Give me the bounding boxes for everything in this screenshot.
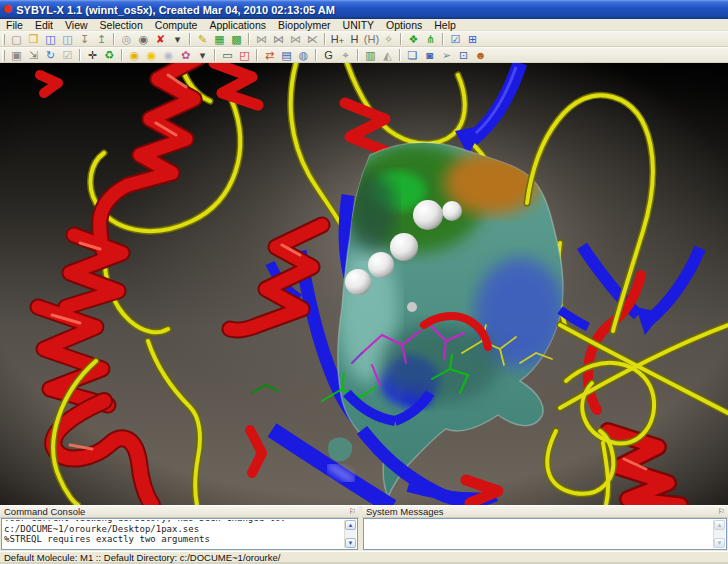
display-settings-icon[interactable]: ▤ xyxy=(278,48,295,62)
sketch-molecule-icon[interactable]: ✎ xyxy=(194,32,211,46)
camera-icon[interactable]: ◉ xyxy=(135,32,152,46)
clear-selection-icon[interactable]: ◰ xyxy=(236,48,253,62)
label-g-icon[interactable]: G xyxy=(320,48,337,62)
docked-panels: Command Console ⚐ Your current viewing d… xyxy=(0,505,728,551)
system-messages-header[interactable]: System Messages ⚐ xyxy=(362,506,728,518)
save-as-icon[interactable]: ◫ xyxy=(59,32,76,46)
console-line: c:/DOCUME~1/orourke/Desktop/1pax.ses xyxy=(4,524,343,535)
extract-molecules-icon[interactable]: ⋈ xyxy=(270,32,287,46)
toolbar-separator xyxy=(442,33,444,45)
import-file-icon[interactable]: ↧ xyxy=(76,32,93,46)
scroll-down-icon[interactable]: ▼ xyxy=(714,538,725,548)
image-panel-icon[interactable]: ▥ xyxy=(362,48,379,62)
toolbar-separator xyxy=(113,33,115,45)
menu-unity[interactable]: UNITY xyxy=(337,19,381,31)
select-box-icon[interactable]: ▭ xyxy=(219,48,236,62)
toolbar-separator xyxy=(214,49,216,61)
benzene-ring-icon[interactable]: ❖ xyxy=(405,32,422,46)
view-molecule-icon[interactable]: ▦ xyxy=(211,32,228,46)
toolbar-separator xyxy=(399,49,401,61)
console-line: %STREQL requires exactly two arguments xyxy=(4,534,343,545)
recenter-icon[interactable]: ♻ xyxy=(101,48,118,62)
toolbar-row-2: ▣⇲↻☑✛♻◉◉◉✿▾▭◰⇄▤◍G⌖▥◭❏◙➢⊡☻ xyxy=(0,47,728,63)
fit-view-icon[interactable]: ▩ xyxy=(228,32,245,46)
save-icon[interactable]: ◫ xyxy=(42,32,59,46)
command-console-header[interactable]: Command Console ⚐ xyxy=(0,506,359,518)
lightbulb-off-icon[interactable]: ◉ xyxy=(160,48,177,62)
cone-icon[interactable]: ◭ xyxy=(379,48,396,62)
toolbar-grip[interactable] xyxy=(2,34,5,45)
menu-options[interactable]: Options xyxy=(380,19,428,31)
break-bond-icon[interactable]: ⋉ xyxy=(304,32,321,46)
system-messages-scrollbar[interactable]: ▲ ▼ xyxy=(713,520,725,548)
menu-help[interactable]: Help xyxy=(428,19,462,31)
menu-compute[interactable]: Compute xyxy=(149,19,204,31)
menu-bar: FileEditViewSelectionComputeApplications… xyxy=(0,19,728,31)
menu-biopolymer[interactable]: Biopolymer xyxy=(272,19,337,31)
scroll-up-icon[interactable]: ▲ xyxy=(714,520,725,530)
export-file-icon[interactable]: ↥ xyxy=(93,32,110,46)
pointer-send-icon[interactable]: ➢ xyxy=(438,48,455,62)
merge-molecules-icon[interactable]: ⋈ xyxy=(253,32,270,46)
menu-edit[interactable]: Edit xyxy=(29,19,59,31)
toolbar-separator xyxy=(248,33,250,45)
toolbar-separator xyxy=(189,33,191,45)
command-console-scrollbar[interactable]: ▲ ▼ xyxy=(344,520,356,548)
menu-file[interactable]: File xyxy=(0,19,29,31)
monitor-icon[interactable]: ⊡ xyxy=(455,48,472,62)
dropdown-caret-icon[interactable]: ▾ xyxy=(194,48,211,62)
globe-view-icon[interactable]: ◍ xyxy=(295,48,312,62)
scroll-down-icon[interactable]: ▼ xyxy=(345,538,356,548)
toolbar-separator xyxy=(315,49,317,61)
join-fragments-icon[interactable]: ⋈ xyxy=(287,32,304,46)
spreadsheet-checked-icon[interactable]: ☑ xyxy=(447,32,464,46)
spreadsheet-icon[interactable]: ⊞ xyxy=(464,32,481,46)
pin-icon[interactable]: ⚐ xyxy=(349,506,356,517)
snapshot-icon[interactable]: ◎ xyxy=(118,32,135,46)
user-palette-icon[interactable]: ☻ xyxy=(472,48,489,62)
menu-applications[interactable]: Applications xyxy=(203,19,272,31)
mouse-settings-icon[interactable]: ⌖ xyxy=(337,48,354,62)
swap-views-icon[interactable]: ⇄ xyxy=(261,48,278,62)
toolbar-grip[interactable] xyxy=(2,50,5,61)
status-text: Default Molecule: M1 :: Default Director… xyxy=(4,552,280,563)
delete-icon[interactable]: ✘ xyxy=(152,32,169,46)
render-palette-icon[interactable]: ✿ xyxy=(177,48,194,62)
molecule-viewport[interactable] xyxy=(0,63,728,505)
substituent-icon[interactable]: ⋔ xyxy=(422,32,439,46)
open-file-icon[interactable]: ❒ xyxy=(25,32,42,46)
window-title: SYBYL-X 1.1 (winnt_os5x), Created Mar 04… xyxy=(16,4,335,16)
title-bar[interactable]: ✺ SYBYL-X 1.1 (winnt_os5x), Created Mar … xyxy=(0,0,728,19)
refresh-view-icon[interactable]: ↻ xyxy=(42,48,59,62)
toggle-hydrogens-icon[interactable]: (H) xyxy=(363,32,380,46)
new-file-icon[interactable]: ▢ xyxy=(8,32,25,46)
console-lines: Your current viewing directory, has been… xyxy=(4,520,343,549)
lightbulb-on-icon[interactable]: ◉ xyxy=(143,48,160,62)
screen-box-icon[interactable]: ▣ xyxy=(8,48,25,62)
toolbar-separator xyxy=(400,33,402,45)
add-lightbulb-icon[interactable]: ◉ xyxy=(126,48,143,62)
app-logo-icon: ✺ xyxy=(3,3,12,16)
toolbar-separator xyxy=(357,49,359,61)
command-console-panel: Command Console ⚐ Your current viewing d… xyxy=(0,506,359,552)
checkbox-dim-icon[interactable]: ☑ xyxy=(59,48,76,62)
expand-view-icon[interactable]: ⇲ xyxy=(25,48,42,62)
key-icon[interactable]: ✧ xyxy=(380,32,397,46)
system-messages-panel: System Messages ⚐ ▲ ▼ xyxy=(362,506,728,552)
toolbar-row-1: ▢❒◫◫↧↥◎◉✘▾✎▦▩⋈⋈⋈⋉H₊H(H)✧❖⋔☑⊞ xyxy=(0,31,728,47)
toolbar-separator xyxy=(324,33,326,45)
status-bar: Default Molecule: M1 :: Default Director… xyxy=(0,551,728,564)
menu-selection[interactable]: Selection xyxy=(94,19,149,31)
cascade-windows-icon[interactable]: ❏ xyxy=(404,48,421,62)
system-messages-body[interactable]: ▲ ▼ xyxy=(363,518,727,550)
power-display-icon[interactable]: ◙ xyxy=(421,48,438,62)
translate-icon[interactable]: ✛ xyxy=(84,48,101,62)
scroll-up-icon[interactable]: ▲ xyxy=(345,520,356,530)
hydrogens-icon[interactable]: H xyxy=(346,32,363,46)
sybyl-window: ✺ SYBYL-X 1.1 (winnt_os5x), Created Mar … xyxy=(0,0,728,564)
pin-icon[interactable]: ⚐ xyxy=(718,506,725,517)
menu-view[interactable]: View xyxy=(59,19,94,31)
dropdown-caret-icon[interactable]: ▾ xyxy=(169,32,186,46)
command-console-body[interactable]: Your current viewing directory, has been… xyxy=(1,518,358,550)
add-hydrogens-icon[interactable]: H₊ xyxy=(329,32,346,46)
